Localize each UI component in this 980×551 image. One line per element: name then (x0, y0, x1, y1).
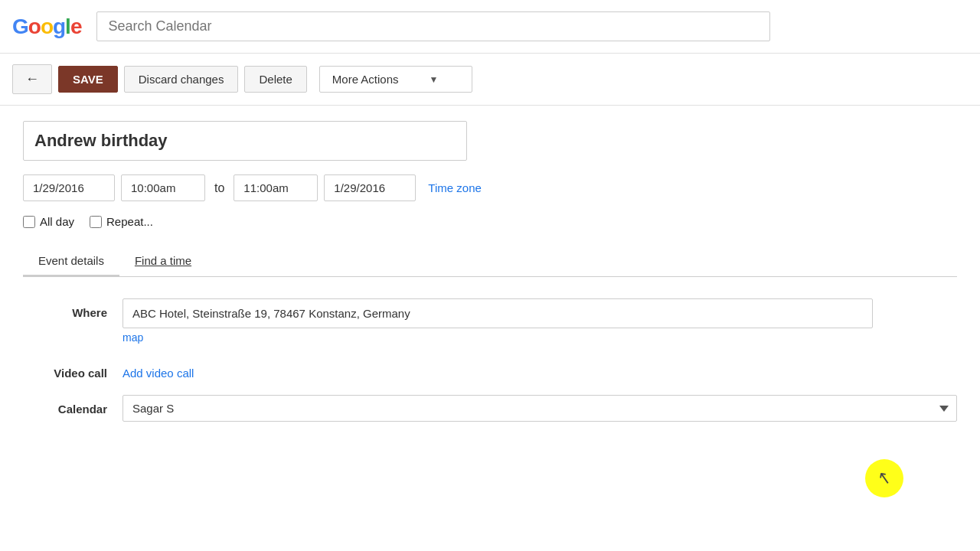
where-label: Where (38, 298, 107, 319)
end-date-input[interactable] (324, 174, 416, 201)
details-section: Where map Video call Add video call Cale… (23, 298, 957, 422)
tab-event-details[interactable]: Event details (23, 246, 119, 277)
end-time-input[interactable] (234, 174, 318, 201)
calendar-content: Sagar S Other Calendar (122, 395, 957, 422)
tabs-row: Event details Find a time (23, 246, 957, 277)
where-row: Where map (38, 298, 957, 344)
more-actions-button[interactable]: More Actions ▼ (319, 66, 472, 93)
video-call-content: Add video call (122, 359, 957, 380)
all-day-label: All day (40, 215, 74, 228)
where-content: map (122, 298, 957, 344)
cursor-arrow-icon: ↖ (876, 468, 893, 490)
search-input[interactable] (96, 11, 770, 41)
event-title-input[interactable] (23, 121, 467, 161)
delete-button[interactable]: Delete (244, 66, 306, 93)
header: Google (0, 0, 980, 54)
repeat-checkbox[interactable] (90, 216, 102, 228)
timezone-link[interactable]: Time zone (428, 181, 481, 194)
google-logo: Google (12, 15, 81, 39)
all-day-checkbox-label[interactable]: All day (23, 215, 74, 228)
repeat-checkbox-label[interactable]: Repeat... (90, 215, 153, 228)
save-button[interactable]: SAVE (58, 66, 118, 93)
cursor-indicator: ↖ (865, 459, 903, 497)
discard-changes-button[interactable]: Discard changes (124, 66, 239, 93)
to-label: to (211, 181, 227, 195)
calendar-label: Calendar (38, 395, 107, 416)
datetime-row: to Time zone (23, 174, 957, 201)
add-video-call-link[interactable]: Add video call (122, 359, 957, 380)
more-actions-wrapper: More Actions ▼ (319, 66, 472, 93)
start-date-input[interactable] (23, 174, 115, 201)
calendar-row: Calendar Sagar S Other Calendar (38, 395, 957, 422)
logo: Google (12, 15, 81, 39)
calendar-select[interactable]: Sagar S Other Calendar (122, 395, 957, 422)
repeat-label: Repeat... (106, 215, 153, 228)
where-input[interactable] (122, 298, 873, 328)
video-call-row: Video call Add video call (38, 359, 957, 380)
main-content: to Time zone All day Repeat... Event det… (0, 106, 980, 437)
toolbar: ← SAVE Discard changes Delete More Actio… (0, 54, 980, 106)
options-row: All day Repeat... (23, 215, 957, 228)
map-link[interactable]: map (122, 331, 957, 344)
start-time-input[interactable] (121, 174, 205, 201)
tab-find-a-time[interactable]: Find a time (119, 246, 207, 277)
back-button[interactable]: ← (12, 64, 52, 94)
all-day-checkbox[interactable] (23, 216, 35, 228)
video-call-label: Video call (38, 359, 107, 380)
more-actions-label: More Actions (332, 73, 399, 86)
chevron-down-icon: ▼ (430, 74, 439, 85)
